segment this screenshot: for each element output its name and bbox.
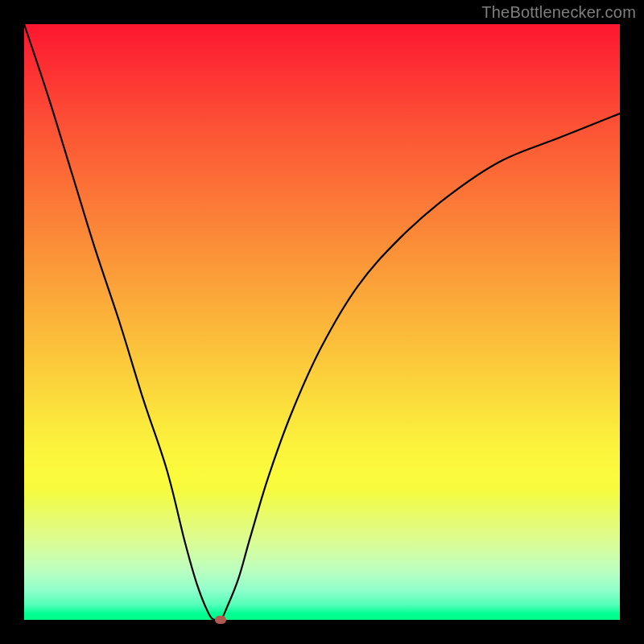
attribution-label: TheBottlenecker.com [481, 3, 636, 22]
curve-svg [24, 24, 620, 620]
optimal-point-marker [215, 616, 226, 624]
chart-frame: TheBottlenecker.com [0, 0, 644, 644]
plot-area [24, 24, 620, 620]
bottleneck-curve [24, 24, 620, 620]
